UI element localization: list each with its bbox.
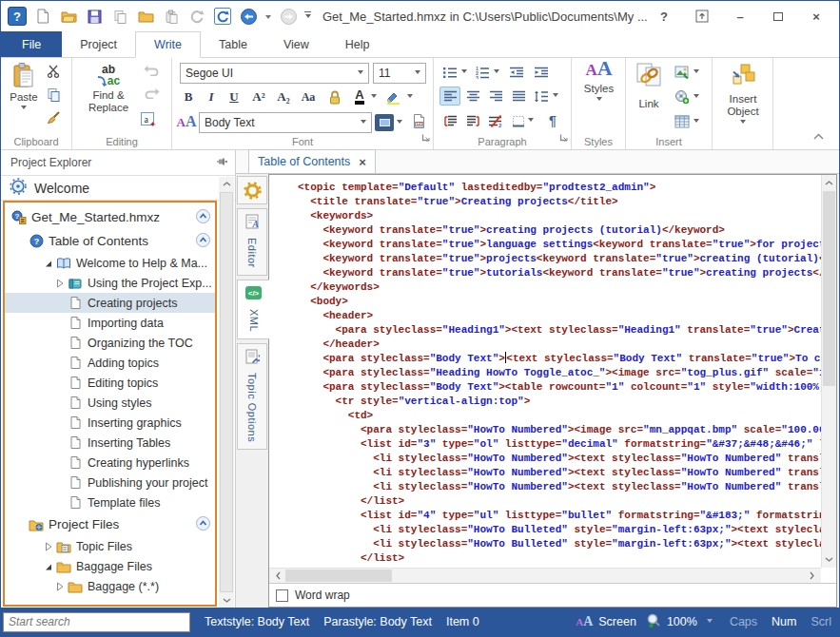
ribbon-display-button[interactable] (694, 9, 710, 24)
formatting-marks-button[interactable]: ¶ (542, 111, 563, 130)
tree-item-using-the-project-exp[interactable]: Using the Project Exp... (5, 273, 215, 293)
close-button[interactable]: × (809, 9, 824, 24)
expander-open-icon[interactable] (41, 259, 55, 268)
editor-vertical-scrollbar[interactable] (821, 175, 836, 568)
align-center-button[interactable] (462, 87, 483, 106)
tree-item-baggage[interactable]: Baggage (*.*) (5, 576, 215, 596)
customize-qat-button[interactable] (304, 11, 311, 22)
paragraph-left-button[interactable] (440, 111, 460, 130)
expander-closed-icon[interactable] (52, 279, 67, 288)
font-size-combo[interactable]: 11 (373, 63, 426, 84)
font-dialog-launcher[interactable] (421, 128, 430, 145)
insert-media-dropdown[interactable] (691, 87, 701, 106)
tree-item-get-me-started-hmxz[interactable]: ?Get_Me_Started.hmxz (5, 205, 215, 229)
numbered-list-button[interactable]: 123 (472, 63, 493, 82)
tree-item-creating-projects[interactable]: Creating projects (5, 293, 215, 313)
highlight-dropdown[interactable] (404, 87, 416, 106)
expander-open-icon[interactable] (41, 562, 55, 571)
paragraph-dialog-launcher[interactable] (559, 128, 568, 145)
increase-indent-button[interactable] (531, 63, 552, 82)
tree-item-baggage-files[interactable]: Baggage Files (5, 556, 215, 576)
select-formatting-button[interactable]: a (139, 110, 156, 127)
font-color-button[interactable]: A (351, 87, 368, 106)
highlight-button[interactable] (383, 87, 404, 106)
pin-icon[interactable] (216, 156, 227, 170)
tree-item-topic-files[interactable]: Topic Files (5, 536, 215, 556)
close-tab-icon[interactable]: × (359, 155, 366, 169)
bullet-list-button[interactable] (440, 63, 460, 82)
bold-button[interactable]: B (178, 87, 199, 106)
insert-image-dropdown[interactable] (691, 63, 701, 82)
editor-hscroll-thumb[interactable] (285, 569, 392, 582)
paragraph-style-combo[interactable]: Body Text (199, 112, 372, 133)
editor-vscroll-thumb[interactable] (823, 191, 835, 386)
tab-xml[interactable]: </> XML (237, 280, 269, 339)
expander-closed-icon[interactable] (41, 542, 55, 551)
copy-button[interactable] (45, 86, 62, 103)
open-project-button[interactable] (60, 8, 77, 25)
character-attributes-dropdown[interactable] (394, 113, 405, 132)
protect-text-button[interactable] (324, 87, 345, 106)
insert-table-button[interactable] (672, 112, 693, 131)
xml-code-area[interactable]: <topic template="Default" lasteditedby="… (269, 175, 821, 568)
character-attributes-button[interactable] (374, 113, 395, 132)
find-replace-button[interactable]: ab ac Find & Replace (82, 64, 135, 114)
decrease-indent-button[interactable] (506, 63, 527, 82)
styles-button[interactable]: AA Styles (577, 62, 620, 104)
align-left-button[interactable] (440, 87, 460, 106)
align-right-button[interactable] (485, 87, 506, 106)
tree-item-organizing-the-toc[interactable]: Organizing the TOC (5, 333, 215, 353)
paragraph-right-button[interactable] (462, 111, 483, 130)
tab-table[interactable]: Table (201, 31, 265, 57)
style-dialog-button[interactable]: AA (176, 112, 197, 131)
superscript-button[interactable]: A² (248, 87, 269, 106)
tab-project[interactable]: Project (62, 31, 135, 57)
zoom-level[interactable]: 100% (667, 615, 697, 628)
tab-table-of-contents[interactable]: Table of Contents × (248, 149, 376, 173)
tab-write[interactable]: Write (135, 31, 201, 58)
tree-item-importing-data[interactable]: Importing data (5, 313, 215, 333)
font-family-combo[interactable]: Segoe UI (180, 63, 369, 84)
insert-table-dropdown[interactable] (691, 112, 701, 131)
tree-item-inserting-graphics[interactable]: Inserting graphics (5, 413, 215, 433)
insert-number-button[interactable]: 123 (408, 111, 429, 130)
tab-help[interactable]: Help (327, 31, 388, 57)
search-input[interactable] (3, 612, 190, 632)
tab-topic-options[interactable]: Topic Options (237, 343, 267, 450)
new-document-button[interactable] (34, 8, 51, 25)
editor-horizontal-scrollbar[interactable] (269, 568, 821, 583)
insert-media-button[interactable] (672, 87, 693, 106)
line-spacing-dropdown[interactable] (550, 87, 560, 106)
sync-project-button[interactable] (214, 8, 231, 25)
tree-item-adding-topics[interactable]: Adding topics (5, 353, 215, 373)
numbered-list-dropdown[interactable] (491, 63, 501, 82)
hyphenation-off-button[interactable]: 2 (485, 111, 506, 130)
insert-image-button[interactable] (672, 63, 693, 82)
italic-button[interactable]: I (201, 87, 222, 106)
topic-options-gear-button[interactable] (237, 176, 267, 204)
back-history-dropdown[interactable] (265, 15, 271, 22)
change-case-button[interactable]: Aa (298, 87, 319, 106)
tab-file[interactable]: File (1, 31, 62, 57)
underline-button[interactable]: U (224, 87, 244, 106)
scroll-down-icon[interactable] (219, 593, 234, 608)
collapse-chevron-icon[interactable] (196, 516, 210, 533)
screen-mode-label[interactable]: Screen (598, 615, 636, 628)
subscript-button[interactable]: A₂ (273, 87, 294, 106)
help-button[interactable]: ? (656, 9, 672, 24)
tab-editor[interactable]: A Editor (237, 208, 267, 276)
tree-item-inserting-tables[interactable]: Inserting Tables (5, 433, 215, 453)
minimize-button[interactable]: – (733, 9, 748, 24)
sidebar-item-welcome[interactable]: Welcome (1, 175, 235, 201)
insert-object-button[interactable]: Insert Object (718, 63, 768, 126)
tree-item-publishing-your-project[interactable]: Publishing your project (5, 473, 215, 492)
scroll-up-icon[interactable] (822, 176, 836, 190)
justify-button[interactable] (508, 87, 529, 106)
tree-item-project-files[interactable]: Project Files (5, 512, 215, 536)
paste-button[interactable]: Paste (6, 62, 42, 112)
bullet-list-dropdown[interactable] (459, 63, 469, 82)
tree-item-editing-topics[interactable]: Editing topics (5, 373, 215, 393)
save-button[interactable] (86, 8, 103, 25)
font-color-dropdown[interactable] (368, 87, 380, 106)
tab-view[interactable]: View (265, 31, 327, 57)
